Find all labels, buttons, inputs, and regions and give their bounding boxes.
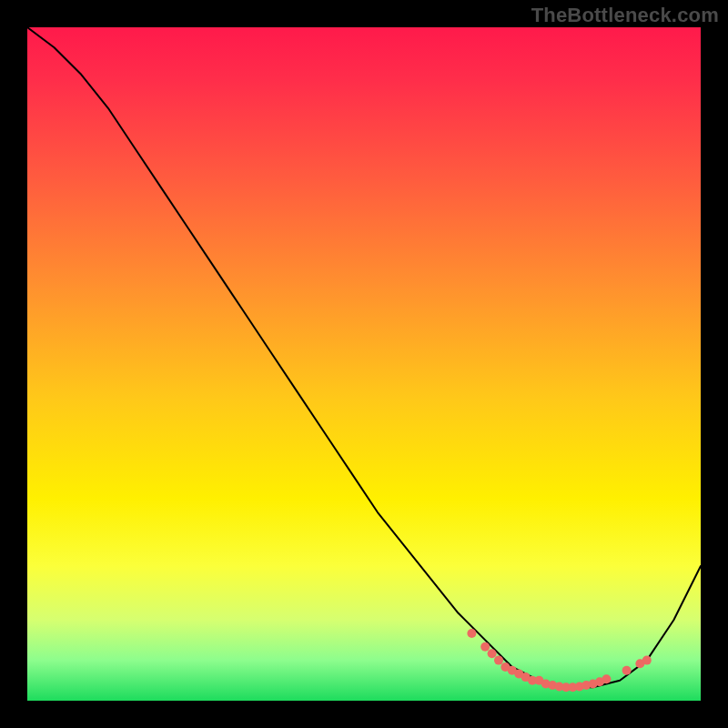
marker-dot (642, 656, 652, 665)
marker-dot (602, 674, 611, 683)
plot-area (27, 27, 701, 701)
marker-dot (494, 656, 503, 665)
marker-dot (488, 649, 497, 658)
watermark-text: TheBottleneck.com (531, 4, 719, 27)
marker-dot (622, 666, 632, 675)
marker-dot (480, 642, 490, 652)
chart-frame: TheBottleneck.com (0, 0, 728, 728)
chart-svg (27, 27, 701, 701)
bottleneck-curve (27, 27, 701, 687)
marker-group (467, 629, 651, 692)
marker-dot (467, 629, 476, 638)
